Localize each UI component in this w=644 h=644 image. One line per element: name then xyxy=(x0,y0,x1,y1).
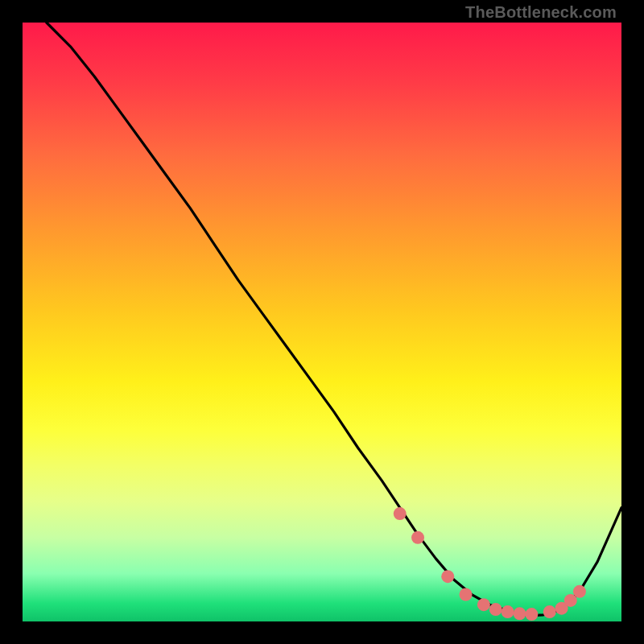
valley-dot xyxy=(441,570,454,583)
valley-dot xyxy=(477,598,490,611)
valley-dot xyxy=(460,588,473,601)
bottleneck-curve xyxy=(47,23,621,616)
valley-dot xyxy=(573,585,586,598)
valley-dots-group xyxy=(394,507,586,621)
watermark-text: TheBottleneck.com xyxy=(465,3,617,22)
valley-dot xyxy=(394,507,407,520)
valley-dot xyxy=(543,605,556,618)
valley-dot xyxy=(514,607,526,620)
valley-dot xyxy=(502,605,514,618)
chart-stage: TheBottleneck.com xyxy=(0,0,644,644)
chart-svg xyxy=(23,23,621,621)
valley-dot xyxy=(489,603,502,616)
plot-area xyxy=(23,23,621,621)
valley-dot xyxy=(525,608,538,621)
valley-dot xyxy=(411,531,424,544)
